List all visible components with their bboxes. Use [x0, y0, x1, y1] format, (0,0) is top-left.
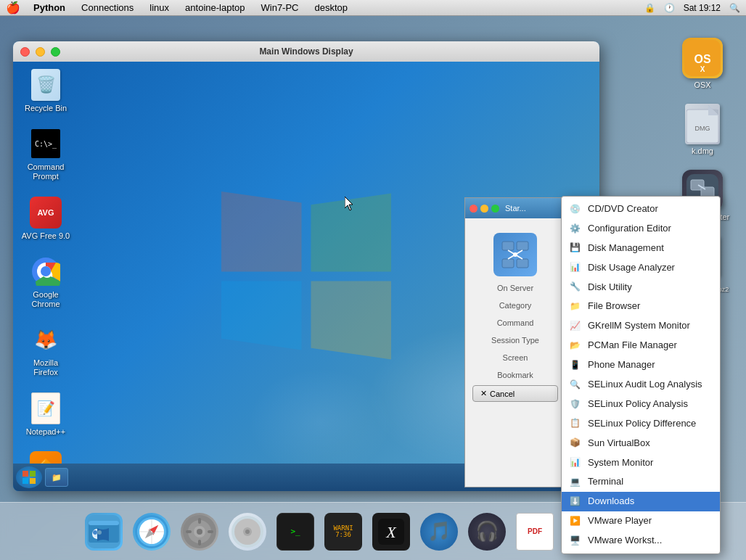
cmd-label: CommandPrompt — [28, 162, 65, 181]
mac-desktop: Main Windows Display 🗑️ Recycle Bin — [0, 16, 746, 560]
win-icon-recycle-bin[interactable]: 🗑️ Recycle Bin — [20, 69, 71, 113]
cancel-icon: ✕ — [480, 389, 487, 398]
dock-finder[interactable] — [82, 513, 126, 551]
menu-label-diskutil: Disk Utility — [588, 281, 632, 294]
svg-rect-32 — [89, 521, 119, 525]
menu-connections[interactable]: Connections — [78, 2, 136, 13]
menu-item-downloads[interactable]: ⬇️ Downloads — [562, 492, 720, 511]
clock-icon: 🕐 — [664, 3, 675, 13]
selinux-audit-icon: 🔍 — [567, 379, 582, 390]
search-icon[interactable]: 🔍 — [729, 3, 740, 13]
menu-item-pcman[interactable]: 📂 PCMan File Manager — [562, 336, 720, 355]
menu-label-phone: Phone Manager — [588, 359, 655, 371]
dock-warning[interactable]: WARNI 7:36 — [321, 513, 365, 551]
dialog-minimize-button[interactable] — [480, 205, 488, 213]
menu-item-config[interactable]: ⚙️ Configuration Editor — [562, 219, 720, 239]
svg-rect-8 — [517, 242, 528, 250]
vm-maximize-button[interactable] — [51, 47, 60, 57]
svg-rect-50 — [186, 530, 192, 533]
dock-pdf1[interactable]: PDF — [513, 513, 557, 551]
menu-win7[interactable]: Win7-PC — [258, 2, 302, 13]
svg-point-55 — [245, 530, 250, 534]
cancel-button[interactable]: ✕ Cancel — [472, 385, 558, 402]
menu-item-vmware-ws[interactable]: 🖥️ VMware Workst... — [562, 531, 720, 551]
dialog-form: On Server Category Command Session Type … — [472, 284, 558, 379]
win-desktop-icons: 🗑️ Recycle Bin C:\>_ CommandPrompt AVG — [20, 69, 71, 491]
menu-desktop[interactable]: desktop — [312, 2, 351, 13]
firefox-icon: 🦊 — [30, 324, 62, 355]
dock-terminal[interactable]: >_ — [274, 513, 317, 551]
vm-minimize-button[interactable] — [36, 47, 45, 57]
dock-vuze[interactable]: 🎵 — [417, 513, 461, 551]
dock-x11[interactable]: X — [369, 513, 413, 551]
chrome-icon — [30, 255, 62, 287]
menu-label-filebrowser: File Browser — [588, 300, 640, 313]
firefox-label: Mozilla Firefox — [20, 358, 71, 377]
dmg-icon-item[interactable]: DMG k.dmg — [682, 104, 723, 155]
recycle-bin-icon: 🗑️ — [30, 69, 62, 101]
dialog-close-button[interactable] — [470, 205, 477, 213]
win-icon-cmd[interactable]: C:\>_ CommandPrompt — [20, 128, 71, 181]
dock-safari[interactable] — [130, 513, 173, 551]
menu-item-vmware[interactable]: ▶️ VMware Player — [562, 511, 720, 531]
win-start-button[interactable] — [16, 466, 42, 488]
taskbar-item-explorer[interactable]: 📁 — [45, 468, 68, 487]
menu-item-diskutil[interactable]: 🔧 Disk Utility — [562, 278, 720, 297]
vm-close-button[interactable] — [20, 47, 30, 57]
selinux-policy-icon: 🛡️ — [567, 398, 582, 410]
win-icon-notepad[interactable]: 📝 Notepad++ — [20, 392, 71, 437]
warning-icon: WARNI 7:36 — [324, 513, 362, 551]
downloads-icon: ⬇️ — [567, 496, 582, 508]
menu-item-diskmgmt[interactable]: 💾 Disk Management — [562, 239, 720, 258]
menu-item-cddvd[interactable]: 💿 CD/DVD Creator — [562, 199, 720, 219]
menu-item-selinux-diff[interactable]: 📋 SELinux Policy Difference — [562, 414, 720, 434]
screen-label: Screen — [472, 353, 558, 362]
dvd-icon — [229, 513, 266, 551]
menu-linux[interactable]: linux — [147, 2, 172, 13]
context-menu: 💿 CD/DVD Creator ⚙️ Configuration Editor… — [561, 196, 721, 554]
menu-item-selinux-policy[interactable]: 🛡️ SELinux Policy Analysis — [562, 395, 720, 414]
command-label: Command — [472, 318, 558, 327]
diskmgmt-icon: 💾 — [567, 242, 582, 254]
avg-icon: AVG — [30, 197, 62, 228]
dock-headphone[interactable]: 🎧 — [465, 513, 509, 551]
menu-label-selinux-policy: SELinux Policy Analysis — [588, 398, 688, 411]
menu-label-diskusage: Disk Usage Analyzer — [588, 262, 675, 274]
menu-python[interactable]: Python — [30, 2, 68, 13]
menubar-right: 🔒 🕐 Sat 19:12 🔍 — [644, 3, 740, 13]
menu-item-virtualbox[interactable]: 📦 Sun VirtualBox — [562, 434, 720, 453]
osx-icon-item[interactable]: OS X OSX — [682, 38, 723, 89]
menu-item-filebrowser[interactable]: 📁 File Browser — [562, 297, 720, 316]
config-icon: ⚙️ — [567, 223, 582, 234]
menu-item-phone[interactable]: 📱 Phone Manager — [562, 355, 720, 375]
svg-point-15 — [513, 252, 517, 257]
menu-antoine[interactable]: antoine-laptop — [182, 2, 247, 13]
menu-label-diskmgmt: Disk Management — [588, 242, 664, 255]
dialog-titlebar: Star... — [465, 198, 565, 218]
taskbar-explorer-icon: 📁 — [52, 473, 62, 482]
svg-rect-9 — [502, 259, 514, 268]
dialog-title: Star... — [505, 204, 526, 213]
cancel-label: Cancel — [490, 390, 515, 398]
menu-item-gkrellm[interactable]: 📈 GKrellM System Monitor — [562, 316, 720, 336]
win-icon-avg[interactable]: AVG AVG Free 9.0 — [20, 197, 71, 241]
notepad-icon: 📝 — [30, 392, 62, 424]
connection-dialog: Star... On Server — [464, 197, 566, 487]
menu-item-terminal[interactable]: 💻 Terminal — [562, 472, 720, 492]
menu-item-selinux-audit[interactable]: 🔍 SELinux Audit Log Analysis — [562, 375, 720, 395]
menu-label-vmware: VMware Player — [588, 515, 652, 527]
svg-rect-7 — [502, 242, 514, 250]
svg-text:X: X — [385, 523, 397, 541]
dock-dvd[interactable] — [226, 513, 269, 551]
win-icon-chrome[interactable]: GoogleChrome — [20, 255, 71, 309]
menu-item-diskusage[interactable]: 📊 Disk Usage Analyzer — [562, 258, 720, 278]
dock-system-prefs[interactable] — [178, 513, 221, 551]
finder-icon — [85, 513, 123, 551]
avg-label: AVG Free 9.0 — [22, 231, 70, 241]
menu-item-sysmonitor[interactable]: 📊 System Monitor — [562, 453, 720, 473]
win-icon-firefox[interactable]: 🦊 Mozilla Firefox — [20, 324, 71, 377]
apple-menu[interactable]: 🍎 — [6, 1, 20, 15]
dialog-maximize-button[interactable] — [491, 205, 499, 213]
dmg-icon: DMG — [682, 104, 723, 144]
time-display: Sat 19:12 — [684, 3, 721, 13]
